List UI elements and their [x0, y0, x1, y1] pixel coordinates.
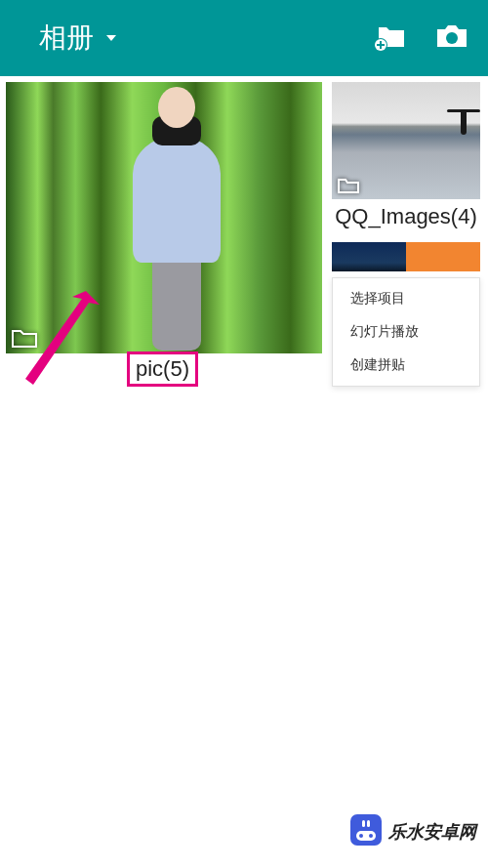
menu-create-collage[interactable]: 创建拼贴: [333, 349, 479, 382]
svg-marker-0: [106, 35, 116, 41]
svg-point-10: [369, 834, 373, 838]
svg-point-9: [359, 834, 363, 838]
album-pic-label-highlight: pic(5): [127, 351, 198, 387]
context-menu[interactable]: 选择项目 幻灯片播放 创建拼贴: [332, 277, 480, 387]
svg-rect-12: [367, 820, 370, 827]
svg-point-5: [446, 32, 458, 44]
watermark-logo-icon: [349, 813, 383, 850]
watermark-text: 乐水安卓网: [388, 820, 476, 844]
new-folder-icon[interactable]: [373, 21, 406, 55]
watermark: 乐水安卓网: [349, 813, 476, 850]
menu-slideshow[interactable]: 幻灯片播放: [333, 315, 479, 349]
album-screenshots[interactable]: [332, 242, 480, 271]
svg-rect-7: [350, 814, 382, 846]
album-pic[interactable]: [6, 82, 322, 353]
thumb-tile: [332, 242, 406, 271]
camera-icon[interactable]: [435, 22, 468, 54]
album-pic-label: pic(5): [136, 356, 189, 381]
app-header: 相册: [0, 0, 488, 76]
album-qq-thumb[interactable]: [332, 82, 480, 199]
svg-rect-4: [377, 44, 385, 46]
folder-icon: [338, 178, 359, 193]
album-qq-label: QQ_Images(4): [335, 199, 477, 234]
svg-rect-11: [362, 820, 365, 827]
menu-select-items[interactable]: 选择项目: [333, 282, 479, 315]
album-pic-thumb[interactable]: [6, 82, 322, 353]
album-screenshots-thumb[interactable]: [332, 242, 480, 271]
album-qq-images[interactable]: QQ_Images(4): [332, 82, 480, 234]
dropdown-arrow-icon: [103, 30, 119, 46]
thumb-tile: [406, 242, 480, 271]
title-dropdown[interactable]: 相册: [39, 20, 119, 57]
header-title: 相册: [39, 20, 94, 57]
folder-icon: [12, 328, 37, 348]
